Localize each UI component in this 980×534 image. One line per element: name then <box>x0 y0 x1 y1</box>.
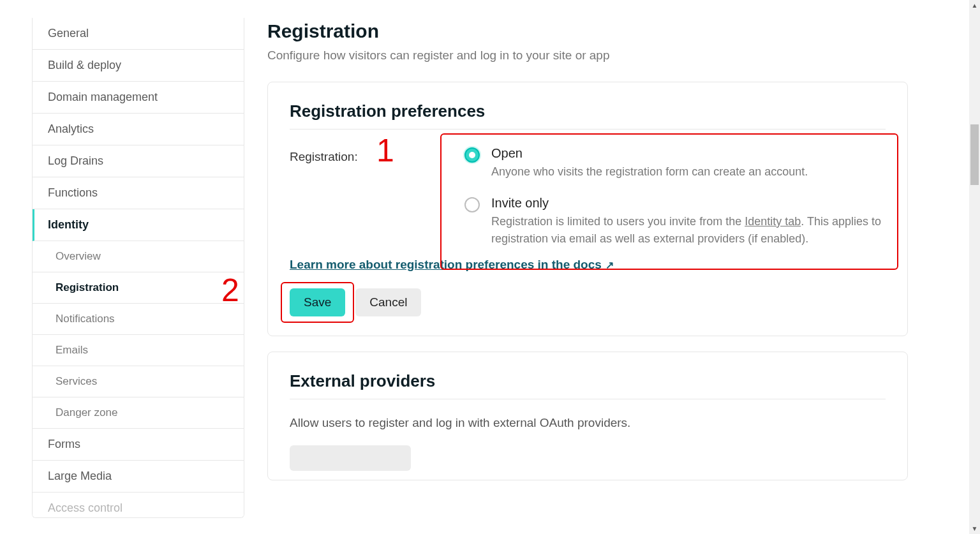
sidebar-item-general[interactable]: General <box>33 18 244 50</box>
sidebar-subitem-services[interactable]: Services <box>33 366 244 397</box>
sidebar-item-forms[interactable]: Forms <box>33 429 244 461</box>
option-open-desc: Anyone who visits the registration form … <box>491 163 808 181</box>
registration-option-open[interactable]: Open Anyone who visits the registration … <box>443 146 886 181</box>
vertical-scrollbar[interactable]: ▲ ▼ <box>969 0 980 534</box>
identity-tab-link[interactable]: Identity tab <box>745 215 801 228</box>
external-providers-card: External providers Allow users to regist… <box>267 352 908 480</box>
option-invite-desc: Registration is limited to users you inv… <box>491 213 886 248</box>
card-heading-external-providers: External providers <box>290 371 886 391</box>
learn-more-link[interactable]: Learn more about registration preference… <box>290 258 614 272</box>
scrollbar-arrow-up-icon[interactable]: ▲ <box>969 0 980 11</box>
sidebar-item-build-deploy[interactable]: Build & deploy <box>33 50 244 82</box>
external-providers-desc: Allow users to register and log in with … <box>290 416 886 430</box>
registration-field-label: Registration: <box>290 146 443 251</box>
add-provider-button[interactable] <box>290 445 411 471</box>
settings-sidebar: General Build & deploy Domain management… <box>32 18 244 518</box>
divider <box>290 129 886 130</box>
sidebar-item-domain-management[interactable]: Domain management <box>33 82 244 114</box>
sidebar-item-analytics[interactable]: Analytics <box>33 114 244 145</box>
sidebar-subitem-danger-zone[interactable]: Danger zone <box>33 397 244 429</box>
external-link-icon: ↗ <box>605 259 614 271</box>
sidebar-item-access-control[interactable]: Access control <box>33 493 244 517</box>
radio-open[interactable] <box>464 147 480 163</box>
registration-options: Open Anyone who visits the registration … <box>443 146 886 251</box>
sidebar-item-large-media[interactable]: Large Media <box>33 461 244 493</box>
page-title: Registration <box>267 20 908 42</box>
option-invite-desc-pre: Registration is limited to users you inv… <box>491 215 745 228</box>
page-subtitle: Configure how visitors can register and … <box>267 48 908 63</box>
learn-more-text: Learn more about registration preference… <box>290 258 602 272</box>
cancel-button[interactable]: Cancel <box>355 288 421 316</box>
scrollbar-arrow-down-icon[interactable]: ▼ <box>969 523 980 534</box>
card-heading-registration-preferences: Registration preferences <box>290 101 886 121</box>
sidebar-item-functions[interactable]: Functions <box>33 177 244 209</box>
option-invite-title: Invite only <box>491 196 886 211</box>
save-button[interactable]: Save <box>290 288 345 316</box>
sidebar-subitem-notifications[interactable]: Notifications <box>33 304 244 335</box>
sidebar-subitem-overview[interactable]: Overview <box>33 241 244 272</box>
sidebar-item-log-drains[interactable]: Log Drains <box>33 145 244 177</box>
scrollbar-thumb[interactable] <box>970 124 979 185</box>
registration-preferences-card: Registration preferences Registration: O… <box>267 82 908 336</box>
registration-option-invite-only[interactable]: Invite only Registration is limited to u… <box>443 196 886 248</box>
divider <box>290 399 886 399</box>
sidebar-subitem-registration[interactable]: Registration <box>33 272 244 304</box>
sidebar-item-identity[interactable]: Identity <box>33 209 244 241</box>
option-open-title: Open <box>491 146 808 161</box>
radio-invite-only[interactable] <box>464 197 480 212</box>
sidebar-subitem-emails[interactable]: Emails <box>33 335 244 366</box>
main-content: Registration Configure how visitors can … <box>244 0 908 496</box>
